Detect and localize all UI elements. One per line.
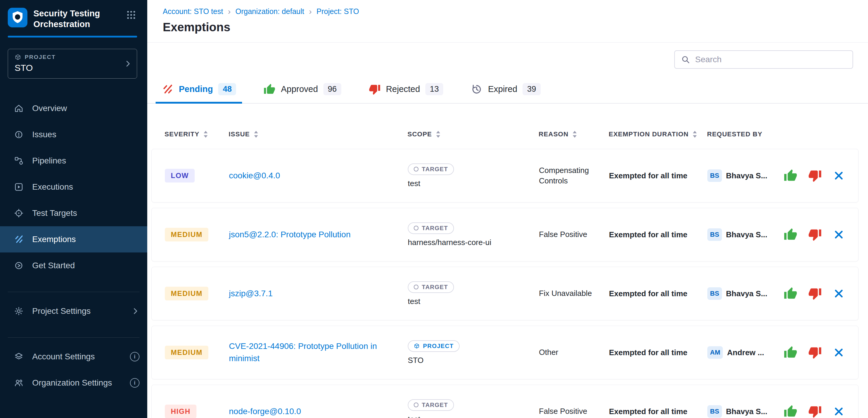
requested-by-cell: BS Bhavya S... [707, 169, 780, 182]
scope-type-label: TARGET [422, 225, 448, 232]
row-actions [780, 287, 845, 301]
sidebar-item-label: Pipelines [32, 156, 66, 166]
breadcrumb-account-link[interactable]: Account: STO test [163, 7, 223, 16]
cancel-request-button[interactable] [833, 169, 845, 182]
cancel-request-button[interactable] [833, 346, 845, 359]
severity-badge: MEDIUM [165, 287, 208, 301]
sidebar-item-executions[interactable]: Executions [0, 174, 147, 200]
tab-rejected[interactable]: Rejected 13 [363, 76, 450, 104]
column-header-exemption-duration[interactable]: EXEMPTION DURATION [609, 130, 707, 138]
sidebar-item-test-targets[interactable]: Test Targets [0, 200, 147, 226]
cancel-request-button[interactable] [833, 228, 845, 241]
table-row[interactable]: HIGH node-forge@0.10.0 TARGET test False… [151, 385, 859, 418]
module-accent-bar [8, 36, 137, 37]
target-circle-icon [414, 226, 418, 231]
cancel-request-button[interactable] [833, 405, 845, 418]
page-header: Account: STO test › Organization: defaul… [147, 0, 868, 42]
approve-button[interactable] [784, 405, 797, 418]
issue-link[interactable]: CVE-2021-44906: Prototype Pollution in m… [229, 340, 408, 364]
table-row[interactable]: LOW cookie@0.4.0 TARGET test Compensatin… [151, 149, 859, 203]
info-icon[interactable]: i [130, 378, 140, 388]
cancel-request-button[interactable] [833, 287, 845, 300]
clock-history-icon [471, 83, 483, 95]
issue-link[interactable]: jszip@3.7.1 [229, 288, 281, 300]
approve-button[interactable] [784, 287, 797, 301]
layers-icon [14, 352, 24, 362]
org-people-icon [14, 378, 24, 388]
close-icon [833, 287, 845, 300]
pending-exemptions-icon [161, 83, 174, 95]
chevron-separator: › [228, 7, 230, 16]
sidebar-item-issues[interactable]: Issues [0, 121, 147, 148]
table-row[interactable]: MEDIUM CVE-2021-44906: Prototype Polluti… [151, 326, 859, 379]
tab-expired[interactable]: Expired 39 [465, 76, 547, 104]
gear-icon [14, 306, 24, 316]
scope-type-chip: TARGET [408, 222, 454, 234]
requested-by-cell: BS Bhavya S... [707, 405, 780, 418]
approve-button[interactable] [784, 169, 797, 182]
scope-type-label: TARGET [422, 166, 448, 173]
issue-link[interactable]: node-forge@0.10.0 [229, 406, 309, 418]
tab-label: Pending [179, 84, 213, 94]
approve-button[interactable] [784, 346, 797, 359]
sort-icon [435, 130, 441, 138]
column-header-severity[interactable]: SEVERITY [164, 130, 228, 138]
breadcrumb-project-link[interactable]: Project: STO [316, 7, 359, 16]
column-header-reason[interactable]: REASON [538, 130, 609, 138]
apps-grid-icon[interactable] [124, 8, 138, 23]
sidebar-item-exemptions[interactable]: Exemptions [0, 226, 147, 252]
tab-pending[interactable]: Pending 48 [156, 76, 242, 104]
exemptions-table: SEVERITY ISSUE SCOPE REASON EXEMPTION DU… [147, 104, 868, 418]
search-input[interactable] [695, 55, 846, 64]
scope-name: STO [408, 356, 424, 365]
reject-button[interactable] [808, 405, 822, 418]
chevron-right-icon [131, 307, 140, 315]
thumbs-down-icon [808, 169, 822, 182]
approve-button[interactable] [784, 228, 797, 241]
sidebar-item-get-started[interactable]: Get Started [0, 252, 147, 279]
column-header-issue[interactable]: ISSUE [228, 130, 407, 138]
row-actions [780, 169, 845, 182]
tab-approved[interactable]: Approved 96 [257, 76, 347, 104]
sidebar-divider [8, 292, 140, 292]
sidebar-item-project-settings[interactable]: Project Settings [0, 298, 147, 324]
info-icon[interactable]: i [130, 352, 140, 361]
scope-name: test [408, 179, 420, 188]
breadcrumb-organization-link[interactable]: Organization: default [236, 7, 304, 16]
tab-label: Expired [488, 84, 517, 94]
reject-button[interactable] [808, 287, 822, 301]
reject-button[interactable] [808, 228, 822, 241]
target-circle-icon [414, 403, 418, 407]
duration-cell: Exempted for all time [609, 171, 707, 180]
avatar: BS [707, 169, 722, 182]
severity-cell: MEDIUM [165, 228, 229, 241]
reject-button[interactable] [808, 169, 822, 182]
app-title: Security Testing Orchestration [33, 8, 118, 30]
module-header: Security Testing Orchestration [0, 0, 147, 30]
column-header-requested-by[interactable]: REQUESTED BY [707, 130, 780, 138]
sidebar-item-label: Exemptions [32, 235, 76, 244]
sidebar-item-organization-settings[interactable]: Organization Settings i [0, 370, 147, 396]
reason-cell: False Positive [539, 406, 609, 417]
issue-link[interactable]: cookie@0.4.0 [229, 170, 288, 182]
requested-by-name: Bhavya S... [726, 171, 768, 180]
requested-by-cell: AM Andrew ... [707, 346, 780, 359]
sidebar-item-account-settings[interactable]: Account Settings i [0, 344, 147, 370]
table-row[interactable]: MEDIUM jszip@3.7.1 TARGET test Fix Unava… [151, 267, 859, 320]
project-selector[interactable]: PROJECT STO [8, 49, 137, 79]
duration-cell: Exempted for all time [609, 348, 707, 357]
table-header-row: SEVERITY ISSUE SCOPE REASON EXEMPTION DU… [151, 104, 859, 149]
column-header-scope[interactable]: SCOPE [407, 130, 538, 138]
project-cube-icon [414, 343, 420, 349]
column-label: SCOPE [407, 130, 432, 138]
scope-cell: TARGET test [408, 281, 539, 306]
sidebar-divider [8, 337, 140, 338]
sidebar-item-overview[interactable]: Overview [0, 95, 147, 121]
sidebar-item-label: Executions [32, 182, 73, 192]
reject-button[interactable] [808, 346, 822, 359]
issue-cell: CVE-2021-44906: Prototype Pollution in m… [229, 340, 408, 364]
table-row[interactable]: MEDIUM json5@2.2.0: Prototype Pollution … [151, 208, 859, 262]
issue-link[interactable]: json5@2.2.0: Prototype Pollution [229, 229, 359, 241]
close-icon [833, 405, 845, 418]
sidebar-item-pipelines[interactable]: Pipelines [0, 148, 147, 174]
